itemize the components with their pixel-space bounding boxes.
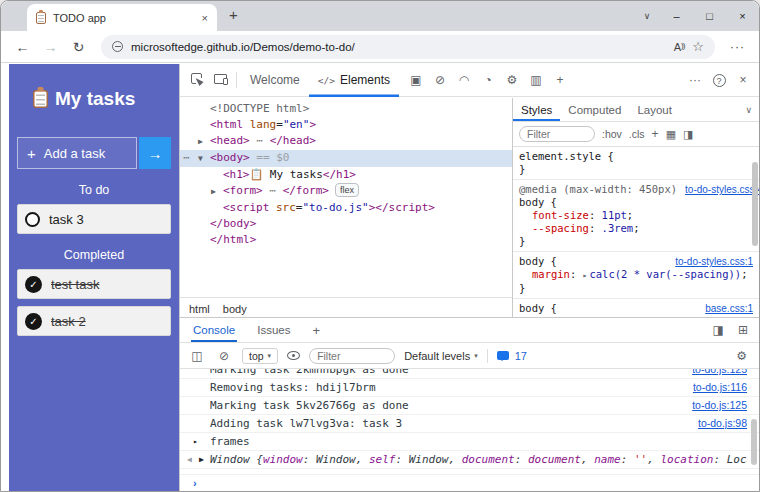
- new-tab-button[interactable]: +: [229, 6, 238, 26]
- context-selector[interactable]: top▾: [242, 348, 278, 364]
- task-checkbox[interactable]: [25, 212, 40, 227]
- dom-line[interactable]: <script src="to-do.js"></script>: [180, 200, 512, 216]
- tab-console[interactable]: Console: [191, 318, 237, 342]
- add-drawer-tab-button[interactable]: +: [310, 318, 322, 342]
- console-prompt[interactable]: ›: [180, 474, 759, 491]
- performance-tool-icon[interactable]: ◔: [477, 73, 499, 87]
- hover-state-button[interactable]: :hov: [602, 128, 622, 140]
- devtools-more-icon[interactable]: ···: [683, 73, 707, 87]
- task-checkbox[interactable]: ✓: [25, 313, 42, 330]
- expand-arrow-icon[interactable]: ▸: [583, 271, 588, 280]
- styles-scrollbar[interactable]: [752, 162, 758, 246]
- dom-line[interactable]: ▶<form> ⋯ </form>flex: [180, 183, 512, 200]
- tab-actions-chevron-icon[interactable]: ∨: [634, 11, 660, 21]
- device-toolbar-icon[interactable]: [208, 73, 232, 87]
- console-scrollbar[interactable]: [751, 419, 757, 465]
- console-tool-icon[interactable]: ▣: [405, 73, 427, 87]
- minimize-button[interactable]: –: [660, 10, 693, 22]
- dom-line[interactable]: <!DOCTYPE html>: [180, 101, 512, 117]
- console-log-row[interactable]: Adding task lw7lvg3va: task 3to-do.js:98: [180, 415, 759, 433]
- forward-button[interactable]: →: [39, 39, 62, 55]
- console-sidebar-icon[interactable]: ◫: [188, 349, 206, 363]
- expand-arrow-icon[interactable]: ▶: [198, 134, 210, 150]
- browser-menu-icon[interactable]: ···: [726, 40, 749, 54]
- browser-tab[interactable]: TODO app ×: [27, 4, 217, 31]
- source-link[interactable]: to-do.js:116: [679, 381, 747, 394]
- message-count[interactable]: 17: [515, 350, 527, 362]
- console-log-row[interactable]: Removing tasks: hdijl7brmto-do.js:116: [180, 379, 759, 397]
- console-settings-gear-icon[interactable]: ⚙: [736, 349, 751, 363]
- dom-line[interactable]: <html lang="en">: [180, 117, 512, 133]
- dock-side-icon[interactable]: ◨: [713, 323, 724, 337]
- chevron-down-icon[interactable]: ∨: [745, 105, 759, 115]
- submit-task-button[interactable]: →: [139, 137, 171, 169]
- back-button[interactable]: ←: [11, 39, 34, 55]
- css-property[interactable]: margin: ▸calc(2 * var(--spacing));: [519, 268, 753, 282]
- new-style-rule-button[interactable]: +: [652, 127, 659, 141]
- flex-badge[interactable]: flex: [335, 183, 359, 197]
- issues-tool-icon[interactable]: ⊘: [429, 73, 451, 87]
- log-levels-selector[interactable]: Default levels▾: [404, 350, 478, 362]
- close-window-button[interactable]: ×: [726, 10, 759, 22]
- console-input-row[interactable]: ▸frames: [180, 433, 759, 451]
- stylesheet-link[interactable]: base.css:1: [697, 302, 753, 315]
- breadcrumb-html[interactable]: html: [189, 303, 210, 315]
- dom-line[interactable]: </body>: [180, 216, 512, 232]
- live-expression-eye-icon[interactable]: [287, 351, 300, 360]
- devtools-close-icon[interactable]: ×: [731, 73, 755, 87]
- task-item[interactable]: task 3: [17, 204, 171, 234]
- stylesheet-link[interactable]: to-do-styles.css:1: [667, 255, 753, 268]
- tab-computed[interactable]: Computed: [560, 98, 629, 121]
- layout-tool-icon[interactable]: ▥: [525, 73, 547, 87]
- devtools-help-icon[interactable]: ?: [707, 73, 731, 88]
- expand-arrow-icon[interactable]: ▶: [199, 453, 204, 466]
- app-title: My tasks: [55, 88, 135, 110]
- dom-gutter-dots[interactable]: ⋯: [183, 150, 191, 166]
- dom-line[interactable]: <h1>📋 My tasks</h1>: [180, 167, 512, 183]
- dom-line[interactable]: ▶<head> ⋯ </head>: [180, 133, 512, 150]
- tab-elements[interactable]: </>Elements: [309, 64, 399, 97]
- stylesheet-link[interactable]: to-do-styles.css:40: [677, 183, 759, 196]
- source-link[interactable]: to-do.js:125: [678, 399, 747, 412]
- add-task-control[interactable]: + Add a task →: [17, 137, 171, 169]
- add-task-button[interactable]: + Add a task: [17, 137, 137, 169]
- clear-console-icon[interactable]: ⊘: [215, 349, 233, 363]
- css-property[interactable]: --spacing: .3rem;: [519, 222, 753, 235]
- task-item[interactable]: ✓test task: [17, 269, 171, 299]
- refresh-button[interactable]: ↻: [67, 39, 90, 55]
- tab-welcome[interactable]: Welcome: [241, 64, 309, 97]
- more-tools-icon[interactable]: +: [549, 73, 571, 87]
- address-bar[interactable]: microsoftedge.github.io/Demos/demo-to-do…: [101, 35, 715, 59]
- network-tool-icon[interactable]: ◠: [453, 73, 475, 87]
- console-result-row[interactable]: ◀▶Window {window: Window, self: Window, …: [180, 451, 759, 469]
- styles-filter-input[interactable]: [519, 126, 595, 142]
- breadcrumb-body[interactable]: body: [223, 303, 247, 315]
- console-filter-input[interactable]: [309, 348, 395, 364]
- tab-issues[interactable]: Issues: [255, 318, 292, 342]
- drawer-expand-icon[interactable]: ⊞: [738, 323, 748, 337]
- tab-close-icon[interactable]: ×: [202, 12, 208, 24]
- tab-layout[interactable]: Layout: [629, 98, 680, 121]
- expand-arrow-icon[interactable]: ▶: [211, 184, 223, 200]
- dom-line[interactable]: </html>: [180, 232, 512, 248]
- tab-styles[interactable]: Styles: [513, 98, 560, 121]
- favorite-star-icon[interactable]: ☆: [692, 39, 704, 54]
- element-classes-button[interactable]: .cls: [629, 128, 645, 140]
- task-item[interactable]: ✓task 2: [17, 306, 171, 336]
- source-link[interactable]: to-do.js:98: [684, 417, 747, 430]
- inspect-element-icon[interactable]: [184, 73, 208, 87]
- grid-icon[interactable]: ▦: [666, 128, 676, 141]
- css-property[interactable]: font-size: 11pt;: [519, 209, 753, 222]
- computed-sidebar-icon[interactable]: ◨: [683, 128, 693, 141]
- settings-gear-icon[interactable]: ⚙: [501, 73, 523, 87]
- dom-line[interactable]: ⋯▼<body> == $0: [180, 150, 512, 167]
- expand-arrow-icon[interactable]: ▼: [198, 151, 210, 167]
- task-checkbox[interactable]: ✓: [25, 276, 42, 293]
- console-log-row[interactable]: Marking task 2kmhnbpgk as doneto-do.js:1…: [180, 369, 759, 379]
- console-log-row[interactable]: Marking task 5kv26766g as doneto-do.js:1…: [180, 397, 759, 415]
- read-aloud-icon[interactable]: A)): [674, 41, 685, 53]
- source-link[interactable]: to-do.js:125: [678, 369, 747, 376]
- url-text[interactable]: microsoftedge.github.io/Demos/demo-to-do…: [131, 41, 666, 53]
- maximize-button[interactable]: □: [693, 10, 726, 22]
- site-info-icon[interactable]: [112, 41, 123, 52]
